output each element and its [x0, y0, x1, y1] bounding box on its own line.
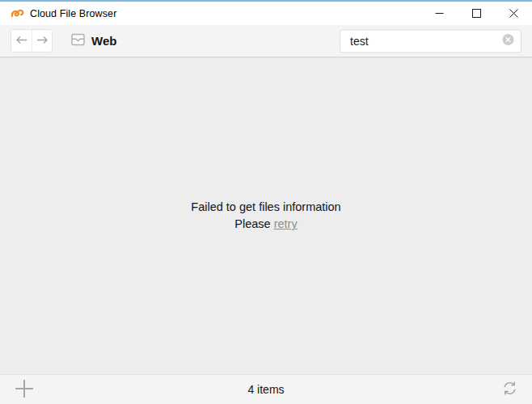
refresh-button[interactable] — [500, 380, 519, 399]
error-retry-line: Pleaseretry — [191, 216, 340, 233]
forward-arrow-icon — [36, 35, 49, 47]
error-text: Failed to get files information — [191, 199, 340, 216]
nav-button-group — [11, 29, 53, 53]
search-box — [340, 29, 521, 53]
search-clear-button[interactable] — [502, 35, 514, 47]
file-list-area: Failed to get files information Pleasere… — [0, 57, 532, 374]
status-bar: 4 items — [0, 374, 532, 404]
add-button[interactable] — [14, 379, 35, 400]
retry-link[interactable]: retry — [274, 217, 298, 230]
app-window: Cloud File Browser — [0, 0, 532, 404]
title-bar: Cloud File Browser — [0, 2, 532, 25]
app-logo-icon — [11, 6, 24, 20]
location-label: Web — [91, 34, 116, 48]
close-button[interactable] — [495, 2, 532, 25]
clear-circle-icon — [502, 34, 514, 48]
error-message: Failed to get files information Pleasere… — [191, 199, 340, 233]
window-title: Cloud File Browser — [30, 8, 116, 19]
back-button[interactable] — [11, 30, 32, 52]
minimize-button[interactable] — [420, 2, 458, 25]
plus-icon — [15, 379, 34, 401]
refresh-sync-icon — [501, 380, 518, 399]
breadcrumb-location[interactable]: Web — [70, 32, 116, 50]
back-arrow-icon — [15, 35, 27, 47]
please-text: Please — [234, 217, 270, 230]
forward-button[interactable] — [32, 30, 52, 52]
drive-inbox-icon — [70, 32, 86, 50]
search-input[interactable] — [340, 30, 502, 52]
toolbar: Web — [0, 25, 532, 57]
maximize-button[interactable] — [458, 2, 495, 25]
caption-buttons — [420, 2, 532, 25]
items-count: 4 items — [247, 383, 284, 396]
